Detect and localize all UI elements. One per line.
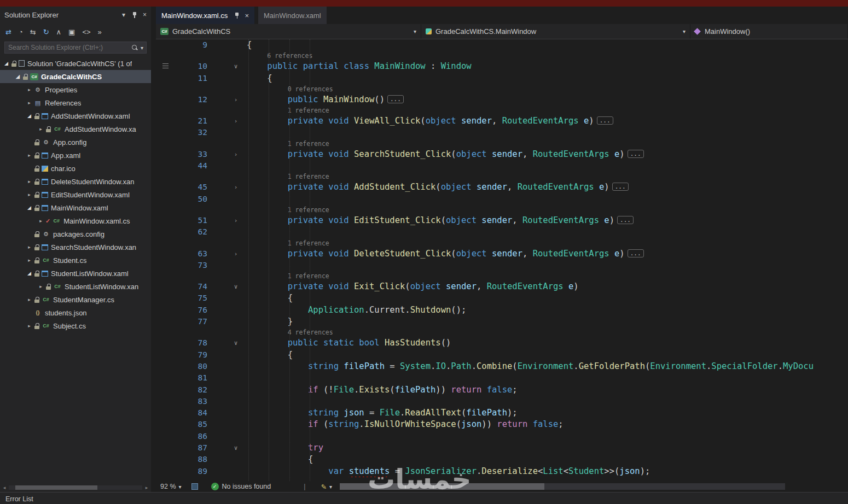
code-line-12[interactable]: 12› public MainWindow()... (156, 94, 848, 106)
collapse-arrow-icon[interactable]: ◢ (25, 205, 33, 210)
expand-arrow-icon[interactable]: ▸ (25, 192, 33, 197)
expand-arrow-icon[interactable]: ▸ (25, 323, 33, 329)
map-mode-icon[interactable] (191, 483, 198, 490)
code-text[interactable]: 1 reference (242, 106, 848, 115)
code-line-11[interactable]: 11 { (156, 73, 848, 84)
tree-item-subject-cs[interactable]: ▸C#Subject.cs (0, 319, 151, 332)
code-text[interactable]: Application.Current.Shutdown(); (242, 304, 848, 316)
expand-arrow-icon[interactable]: ▸ (25, 87, 33, 92)
expand-arrow-icon[interactable]: ▸ (25, 179, 33, 184)
code-line-80[interactable]: 80 string filePath = System.IO.Path.Comb… (156, 361, 848, 372)
search-icon[interactable] (131, 44, 138, 51)
fold-collapse-icon[interactable]: ∨ (229, 337, 242, 349)
scrollbar-track[interactable] (9, 485, 142, 490)
code-text[interactable]: 1 reference (242, 205, 848, 215)
fold-collapse-icon[interactable]: ∨ (229, 442, 242, 454)
collapse-arrow-icon[interactable]: ◢ (2, 61, 10, 66)
member-dropdown[interactable]: MainWindow() (690, 24, 848, 39)
code-line-78[interactable]: 78∨ public static bool HasStudents() (156, 337, 848, 349)
tree-item-addstudentwindow-xaml[interactable]: ◢AddStudentWindow.xaml (0, 109, 151, 122)
code-text[interactable]: try (242, 442, 848, 454)
type-dropdown[interactable]: GradeCalcWithCS.MainWindow ▾ (421, 24, 690, 39)
codelens-references-link[interactable]: 6 references (247, 52, 312, 60)
code-line-62[interactable]: 62 (156, 226, 848, 238)
code-text[interactable]: if (!File.Exists(filePath)) return false… (242, 384, 848, 396)
project-dropdown[interactable]: C# GradeCalcWithCS ▾ (156, 24, 421, 39)
more-commands-icon[interactable]: » (98, 28, 102, 36)
codelens-references-link[interactable]: 1 reference (247, 206, 329, 214)
code-text[interactable]: if (string.IsNullOrWhiteSpace(json)) ret… (242, 419, 848, 430)
code-line-87[interactable]: 87∨ try (156, 442, 848, 454)
view-code-icon[interactable]: <> (82, 28, 90, 36)
panel-menu-caret-icon[interactable]: ▾ (122, 11, 125, 19)
tree-item-references[interactable]: ▸▤References (0, 96, 151, 109)
code-text[interactable]: 1 reference (242, 271, 848, 281)
code-text[interactable]: { (242, 454, 848, 465)
pending-changes-icon[interactable]: ◔ (19, 28, 23, 36)
tab-pin-icon[interactable] (234, 12, 240, 19)
tree-item-editstudentwindow-xaml[interactable]: ▸EditStudentWindow.xaml (0, 188, 151, 201)
codelens-references-link[interactable]: 1 reference (247, 272, 329, 280)
pin-panel-icon[interactable] (132, 11, 137, 19)
code-text[interactable]: private void Exit_Click(object sender, R… (242, 281, 848, 292)
code-text[interactable]: 1 reference (242, 172, 848, 181)
expand-arrow-icon[interactable]: ▸ (37, 218, 45, 224)
tab-mainwindow-xaml-cs[interactable]: MainWindow.xaml.cs × (156, 7, 254, 24)
tree-item-mainwindow-xaml[interactable]: ◢MainWindow.xaml (0, 201, 151, 214)
code-text[interactable]: string json = File.ReadAllText(filePath)… (242, 407, 848, 419)
inheritance-margin-icon[interactable] (162, 63, 169, 69)
code-line-85[interactable]: 85 if (string.IsNullOrWhiteSpace(json)) … (156, 419, 848, 430)
collapsed-region-box[interactable]: ... (617, 216, 634, 224)
code-text[interactable]: } (242, 316, 848, 327)
code-line-44[interactable]: 44 (156, 160, 848, 172)
codelens-references-link[interactable]: 1 reference (247, 173, 329, 180)
tree-item-solution-gradecalcwithcs-1-of[interactable]: ◢Solution 'GradeCalcWithCS' (1 of (0, 57, 151, 70)
code-text[interactable]: public MainWindow()... (242, 94, 848, 106)
tree-item-students-json[interactable]: {}students.json (0, 306, 151, 319)
expand-arrow-icon[interactable]: ▸ (25, 153, 33, 158)
switch-views-icon[interactable]: ⇆ (30, 28, 36, 36)
tree-item-char-ico[interactable]: char.ico (0, 162, 151, 175)
tree-item-student-cs[interactable]: ▸C#Student.cs (0, 254, 151, 267)
collapse-arrow-icon[interactable]: ◢ (25, 113, 33, 119)
tree-item-gradecalcwithcs[interactable]: ◢C#GradeCalcWithCS (0, 70, 151, 83)
tree-item-studentmanager-cs[interactable]: ▸C#StudentManager.cs (0, 293, 151, 306)
code-line-9[interactable]: 9{ (156, 39, 848, 51)
tree-item-app-xaml[interactable]: ▸App.xaml (0, 149, 151, 162)
fold-expand-icon[interactable]: › (229, 149, 242, 160)
code-text[interactable]: 0 references (242, 84, 848, 94)
code-text[interactable]: { (242, 39, 848, 51)
fold-collapse-icon[interactable]: ∨ (229, 61, 242, 72)
expand-arrow-icon[interactable]: ▸ (25, 297, 33, 302)
code-line-76[interactable]: 76 Application.Current.Shutdown(); (156, 304, 848, 316)
fold-expand-icon[interactable]: › (229, 248, 242, 260)
sidebar-horizontal-scrollbar[interactable]: ◂ ▸ (0, 483, 151, 492)
code-line-32[interactable]: 32 (156, 127, 848, 138)
code-line-74[interactable]: 74∨ private void Exit_Click(object sende… (156, 281, 848, 292)
code-text[interactable]: private void AddStudent_Click(object sen… (242, 181, 848, 193)
refresh-icon[interactable]: ↻ (43, 28, 49, 36)
code-line-81[interactable]: 81 (156, 372, 848, 384)
expand-arrow-icon[interactable]: ▸ (25, 244, 33, 250)
expand-arrow-icon[interactable]: ▸ (25, 257, 33, 263)
code-text[interactable]: 4 references (242, 327, 848, 337)
fold-collapse-icon[interactable]: ∨ (229, 281, 242, 292)
code-line-79[interactable]: 79 { (156, 349, 848, 361)
tree-item-studentlistwindow-xan[interactable]: ▸C#StudentListWindow.xan (0, 280, 151, 293)
codelens-references-link[interactable]: 1 reference (247, 140, 329, 148)
tree-item-packages-config[interactable]: ⚙packages.config (0, 227, 151, 241)
code-text[interactable]: public static bool HasStudents() (242, 337, 848, 349)
code-line-63[interactable]: 63› private void DeleteStudent_Click(obj… (156, 248, 848, 260)
collapsed-region-box[interactable]: ... (612, 183, 629, 191)
code-line-75[interactable]: 75 { (156, 292, 848, 304)
code-line-21[interactable]: 21› private void ViewAll_Click(object se… (156, 115, 848, 127)
tree-item-app-config[interactable]: ⚙App.config (0, 136, 151, 149)
code-text[interactable]: private void EditStudent_Click(object se… (242, 215, 848, 226)
collapsed-region-box[interactable]: ... (628, 150, 644, 158)
tree-item-properties[interactable]: ▸⚙Properties (0, 83, 151, 96)
collapsed-region-box[interactable]: ... (387, 95, 404, 103)
tree-item-searchstudentwindow-xan[interactable]: ▸SearchStudentWindow.xan (0, 241, 151, 254)
codelens-references-link[interactable]: 1 reference (247, 107, 329, 114)
code-line-51[interactable]: 51› private void EditStudent_Click(objec… (156, 215, 848, 226)
collapsed-region-box[interactable]: ... (597, 116, 613, 125)
